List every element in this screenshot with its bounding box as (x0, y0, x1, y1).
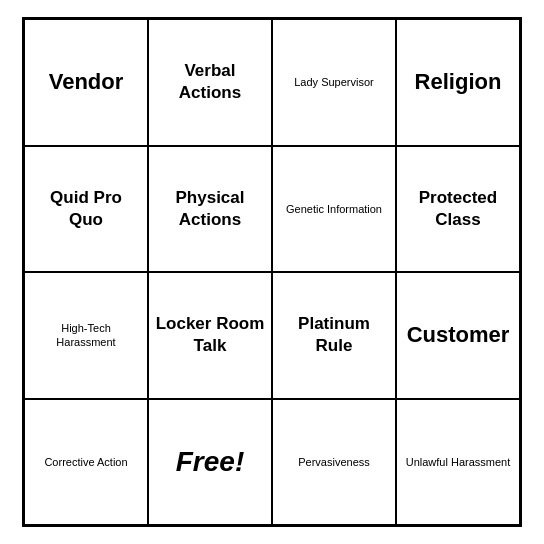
bingo-cell-r3c3: Unlawful Harassment (396, 399, 520, 526)
bingo-cell-r0c1: Verbal Actions (148, 19, 272, 146)
bingo-cell-r1c3: Protected Class (396, 146, 520, 273)
cell-label-r3c0: Corrective Action (44, 455, 127, 469)
bingo-cell-r3c2: Pervasiveness (272, 399, 396, 526)
bingo-cell-r3c0: Corrective Action (24, 399, 148, 526)
cell-label-r3c3: Unlawful Harassment (406, 455, 511, 469)
cell-label-r0c0: Vendor (49, 68, 124, 97)
cell-label-r2c0: High-Tech Harassment (31, 321, 141, 350)
bingo-cell-r2c2: Platinum Rule (272, 272, 396, 399)
bingo-cell-r1c0: Quid Pro Quo (24, 146, 148, 273)
cell-label-r2c3: Customer (407, 321, 510, 350)
bingo-cell-r2c1: Locker Room Talk (148, 272, 272, 399)
cell-label-r0c1: Verbal Actions (155, 60, 265, 104)
cell-label-r1c0: Quid Pro Quo (31, 187, 141, 231)
cell-label-r0c2: Lady Supervisor (294, 75, 374, 89)
cell-label-r2c2: Platinum Rule (279, 313, 389, 357)
cell-label-r1c3: Protected Class (403, 187, 513, 231)
bingo-card: VendorVerbal ActionsLady SupervisorRelig… (22, 17, 522, 527)
cell-label-r3c2: Pervasiveness (298, 455, 370, 469)
bingo-cell-r3c1: Free! (148, 399, 272, 526)
cell-label-r3c1: Free! (176, 444, 244, 480)
bingo-cell-r2c3: Customer (396, 272, 520, 399)
bingo-cell-r0c2: Lady Supervisor (272, 19, 396, 146)
bingo-cell-r1c1: Physical Actions (148, 146, 272, 273)
cell-label-r1c2: Genetic Information (286, 202, 382, 216)
bingo-cell-r1c2: Genetic Information (272, 146, 396, 273)
cell-label-r1c1: Physical Actions (155, 187, 265, 231)
bingo-cell-r2c0: High-Tech Harassment (24, 272, 148, 399)
cell-label-r2c1: Locker Room Talk (155, 313, 265, 357)
cell-label-r0c3: Religion (415, 68, 502, 97)
bingo-cell-r0c0: Vendor (24, 19, 148, 146)
bingo-cell-r0c3: Religion (396, 19, 520, 146)
